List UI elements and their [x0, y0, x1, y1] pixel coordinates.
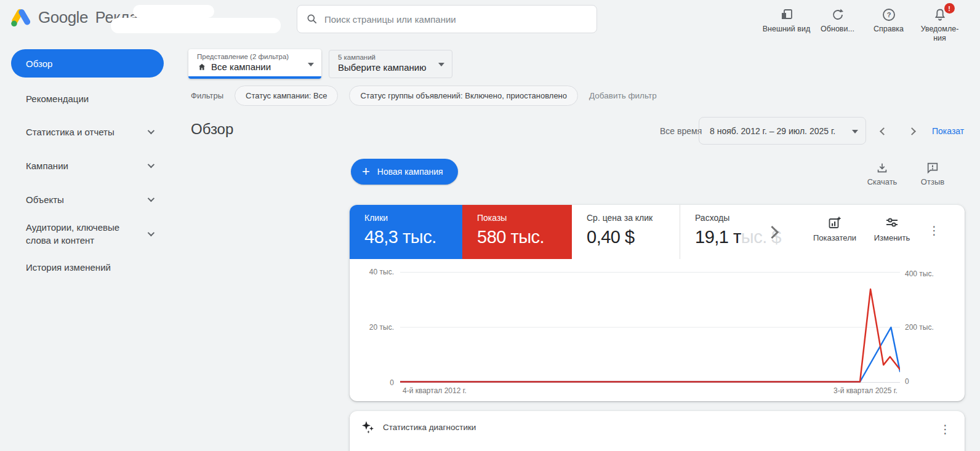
chevron-down-icon — [148, 127, 155, 134]
right-axis-tick: 400 тыс. — [905, 269, 934, 278]
scorecard-value: 580 тыс. — [477, 227, 572, 247]
right-axis-tick: 0 — [905, 377, 909, 386]
sidebar-item-label: Кампании — [26, 161, 68, 171]
chevron-down-icon — [148, 161, 155, 168]
sidebar-item-audiences[interactable]: Аудитории, ключевые слова и контент — [11, 217, 164, 251]
notifications-button[interactable]: ! Уведомле- ния — [914, 4, 965, 43]
filter-chip-adgroup-status[interactable]: Статус группы объявлений: Включено, прио… — [349, 86, 578, 106]
appearance-icon — [779, 6, 794, 23]
metrics-chart-icon — [827, 215, 842, 230]
sidebar-item-label: Рекомендации — [26, 94, 89, 104]
filter-chip-campaign-status[interactable]: Статус кампании: Все — [235, 86, 338, 106]
feedback-icon — [926, 161, 939, 175]
date-range-picker[interactable]: 8 нояб. 2012 г. – 29 июл. 2025 г. — [699, 117, 866, 145]
sidebar-item-change-history[interactable]: История изменений — [11, 256, 164, 278]
sidebar-item-label: Статистика и отчеты — [26, 127, 114, 137]
scorecard-value: 0,40 $ — [587, 227, 680, 247]
scorecard-label: Ср. цена за клик — [587, 213, 680, 223]
chevron-right-icon — [908, 127, 916, 135]
sidebar-item-label: История изменений — [26, 262, 111, 273]
x-axis-first-tick: 4-й квартал 2012 г. — [403, 386, 467, 395]
diagnostics-title: Статистика диагностики — [383, 423, 476, 432]
search-icon — [306, 13, 318, 25]
feedback-button[interactable]: Отзыв — [911, 161, 954, 186]
page-title: Обзор — [191, 121, 233, 138]
dropdown-caret-icon — [852, 130, 858, 134]
download-label: Скачать — [867, 177, 898, 186]
date-range-value: 8 нояб. 2012 г. – 29 июл. 2025 г. — [710, 126, 835, 136]
sidebar-item-label: Аудитории, ключевые слова и контент — [26, 221, 137, 247]
sidebar-item-campaigns[interactable]: Кампании — [11, 154, 164, 177]
x-axis-last-tick: 3-й квартал 2025 г. — [833, 386, 898, 395]
refresh-button[interactable]: Обнови... — [812, 4, 863, 43]
edit-button[interactable]: Изменить — [869, 215, 915, 242]
chevron-left-icon — [880, 127, 888, 135]
search-input[interactable] — [324, 14, 588, 25]
diagnostics-overflow-menu[interactable]: ⋮ — [939, 423, 951, 435]
dropdown-caret-icon — [308, 63, 314, 66]
scorecard-label: Клики — [364, 213, 462, 223]
brand-google: Google — [38, 8, 88, 27]
notifications-label: Уведомле- ния — [921, 25, 959, 43]
redacted-account-id — [111, 18, 281, 33]
help-label: Справка — [874, 25, 904, 34]
appearance-label: Внешний вид — [763, 25, 810, 34]
metrics-button-label: Показатели — [813, 233, 856, 242]
new-campaign-button[interactable]: + Новая кампания — [351, 159, 458, 185]
scorecard-label: Показы — [477, 213, 572, 223]
scorecard-clicks[interactable]: Клики 48,3 тыс. — [350, 205, 462, 259]
campaign-selector[interactable]: 5 кампаний Выберите кампанию — [329, 50, 452, 78]
sidebar-item-label: Объекты — [26, 194, 64, 205]
sidebar-item-overview[interactable]: Обзор — [11, 49, 164, 78]
sidebar-item-assets[interactable]: Объекты — [11, 188, 164, 210]
appearance-button[interactable]: Внешний вид — [761, 4, 812, 43]
home-icon — [197, 62, 207, 72]
show-link[interactable]: Показат — [932, 126, 980, 136]
date-next-button[interactable] — [904, 123, 920, 139]
redacted-account-name — [133, 5, 214, 18]
scorecards-next-button[interactable] — [761, 221, 783, 243]
sparkle-icon — [361, 420, 376, 434]
diagnostics-card: Статистика диагностики ⋮ — [350, 411, 965, 451]
sidebar-item-recommendations[interactable]: Рекомендации — [11, 87, 164, 110]
scorecard-value: 19,1 т — [695, 227, 741, 247]
global-search[interactable] — [297, 5, 597, 33]
card-overflow-menu[interactable]: ⋮ — [928, 225, 940, 236]
help-icon: ? — [882, 6, 896, 23]
svg-text:?: ? — [886, 11, 891, 18]
scorecard-avg-cpc[interactable]: Ср. цена за клик 0,40 $ — [572, 205, 680, 259]
overview-card: Клики 48,3 тыс. Показы 580 тыс. Ср. цена… — [350, 205, 965, 401]
filters-label: Фильтры — [191, 91, 223, 100]
help-button[interactable]: ? Справка — [863, 4, 914, 43]
chevron-down-icon — [148, 229, 155, 236]
topbar-actions: Внешний вид Обнови... ? Справка ! Уведом… — [761, 4, 965, 43]
sidebar-item-insights-reports[interactable]: Статистика и отчеты — [11, 121, 164, 143]
chevron-down-icon — [148, 195, 155, 202]
scorecard-value: 48,3 тыс. — [364, 227, 462, 247]
left-axis-tick: 0 — [351, 378, 394, 387]
sidebar-item-label: Обзор — [26, 58, 52, 69]
date-range-shortcut: Все время — [660, 126, 702, 136]
metrics-button[interactable]: Показатели — [810, 215, 859, 242]
campaign-selector-caption: 5 кампаний — [338, 54, 444, 61]
feedback-label: Отзыв — [921, 177, 944, 186]
download-icon — [875, 161, 889, 175]
campaign-selector-value: Выберите кампанию — [338, 62, 426, 73]
left-axis-tick: 20 тыс. — [351, 323, 394, 332]
dropdown-caret-icon — [438, 63, 444, 66]
notifications-bell-icon: ! — [933, 6, 947, 23]
timeseries-chart[interactable] — [400, 272, 900, 383]
filters-bar: Фильтры Статус кампании: Все Статус груп… — [191, 86, 657, 106]
date-prev-button[interactable] — [875, 123, 891, 139]
chevron-right-icon — [765, 225, 778, 238]
refresh-icon — [830, 6, 845, 23]
view-selector[interactable]: Представление (2 фильтра) Все кампании — [188, 49, 321, 79]
right-axis-tick: 200 тыс. — [905, 323, 934, 332]
plus-icon: + — [362, 165, 370, 178]
scorecard-impressions[interactable]: Показы 580 тыс. — [462, 205, 572, 259]
tune-sliders-icon — [885, 215, 899, 230]
edit-button-label: Изменить — [874, 233, 910, 242]
add-filter-button[interactable]: Добавить фильтр — [589, 91, 657, 100]
refresh-label: Обнови... — [821, 25, 854, 34]
download-button[interactable]: Скачать — [861, 161, 904, 186]
